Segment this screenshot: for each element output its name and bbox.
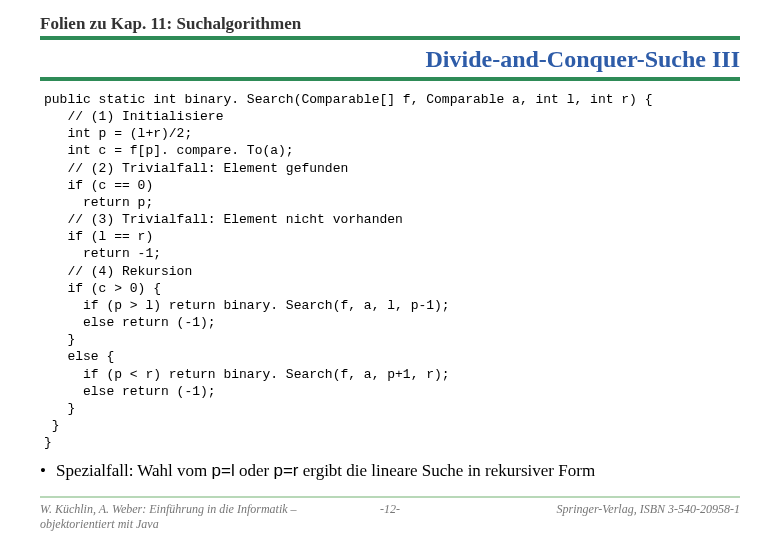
code-block: public static int binary. Search(Compara… bbox=[44, 91, 740, 451]
bullet-code2: p=r bbox=[273, 461, 298, 480]
footer: W. Küchlin, A. Weber: Einführung in die … bbox=[0, 496, 780, 532]
slide-title: Divide-and-Conquer-Suche III bbox=[40, 46, 740, 73]
bullet-code1: p=l bbox=[212, 461, 235, 480]
title-divider bbox=[40, 77, 740, 81]
footer-page-number: -12- bbox=[360, 502, 420, 532]
footer-publisher: Springer-Verlag, ISBN 3-540-20958-1 bbox=[420, 502, 740, 532]
bullet-marker: • bbox=[40, 461, 56, 481]
bullet-suffix: ergibt die lineare Suche in rekursiver F… bbox=[298, 461, 595, 480]
footer-authors: W. Küchlin, A. Weber: Einführung in die … bbox=[40, 502, 360, 532]
footer-divider bbox=[40, 496, 740, 498]
bullet-text: Spezialfall: Wahl vom p=l oder p=r ergib… bbox=[56, 461, 595, 481]
header-divider bbox=[40, 36, 740, 40]
bullet-prefix: Spezialfall: Wahl vom bbox=[56, 461, 212, 480]
bullet-item: • Spezialfall: Wahl vom p=l oder p=r erg… bbox=[40, 461, 740, 481]
chapter-title: Folien zu Kap. 11: Suchalgorithmen bbox=[40, 14, 740, 34]
bullet-mid: oder bbox=[235, 461, 274, 480]
